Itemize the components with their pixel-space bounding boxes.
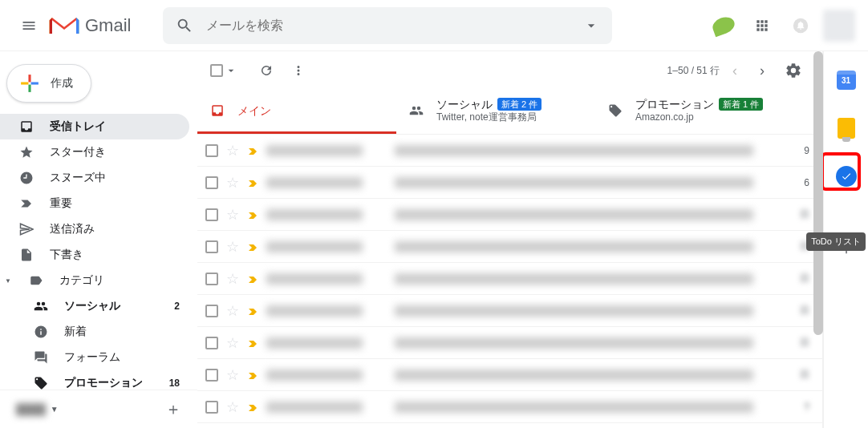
select-all-checkbox[interactable] — [210, 64, 237, 77]
row-checkbox[interactable] — [205, 305, 218, 317]
menu-button[interactable] — [13, 10, 45, 42]
star-icon[interactable]: ☆ — [226, 366, 239, 384]
search-input[interactable] — [200, 18, 577, 33]
row-checkbox[interactable] — [205, 337, 218, 349]
nav-item-clock[interactable]: スヌーズ中 — [0, 165, 189, 191]
row-checkbox[interactable] — [205, 176, 218, 189]
label-icon — [29, 273, 45, 288]
search-icon[interactable] — [169, 10, 200, 41]
calendar-addon[interactable]: 31 — [830, 64, 862, 96]
compose-button[interactable]: 作成 — [6, 64, 91, 103]
star-icon[interactable]: ☆ — [226, 270, 239, 288]
chevron-down-icon[interactable]: ▼ — [51, 405, 59, 414]
nav-count: 2 — [174, 301, 180, 312]
tab-label: プロモーション — [635, 97, 714, 111]
importance-icon[interactable] — [247, 369, 258, 381]
importance-icon[interactable] — [247, 273, 258, 285]
subject — [395, 145, 753, 156]
tab-label: ソーシャル — [436, 97, 493, 111]
hangouts-user: ████ — [16, 403, 46, 415]
star-icon — [19, 145, 35, 159]
prev-page-button[interactable]: ‹ — [723, 56, 747, 86]
keep-icon — [838, 118, 855, 139]
importance-icon[interactable] — [247, 337, 258, 349]
search-box[interactable] — [163, 7, 612, 44]
message-row[interactable]: ☆日 — [197, 327, 822, 359]
importance-icon[interactable] — [247, 402, 258, 413]
nav-item-send[interactable]: 送信済み — [0, 216, 189, 242]
hangouts-footer[interactable]: ████ ▼ ＋ — [0, 390, 197, 428]
people-icon — [34, 299, 50, 313]
tab-icon — [210, 103, 225, 118]
next-page-button[interactable]: › — [750, 56, 774, 86]
nav-label: スヌーズ中 — [50, 171, 106, 185]
message-row[interactable]: ☆日 — [197, 231, 822, 263]
nav-item-info[interactable]: 新着 — [0, 319, 189, 345]
highlight-box — [821, 152, 861, 191]
more-button[interactable] — [282, 55, 314, 87]
nav-item-forum[interactable]: フォーラム — [0, 345, 189, 370]
importance-icon[interactable] — [247, 209, 258, 220]
star-icon[interactable]: ☆ — [226, 174, 239, 192]
chevron-down-icon — [225, 64, 237, 77]
row-checkbox[interactable] — [205, 208, 218, 221]
leaf-icon[interactable] — [708, 10, 740, 42]
keep-addon[interactable] — [830, 112, 862, 144]
nav-count: 18 — [169, 378, 180, 389]
send-icon — [19, 222, 35, 236]
tasks-addon[interactable] — [830, 160, 862, 192]
message-row[interactable]: ☆日 — [197, 295, 822, 327]
apps-icon[interactable] — [746, 10, 778, 42]
nav-label: カテゴリ — [59, 273, 104, 288]
refresh-button[interactable] — [250, 55, 282, 87]
message-date: ? — [785, 402, 809, 413]
nav-item-inbox[interactable]: 受信トレイ — [0, 114, 189, 139]
inbox-icon — [19, 119, 35, 134]
star-icon[interactable]: ☆ — [226, 334, 239, 352]
importance-icon[interactable] — [247, 145, 258, 156]
scrollbar[interactable] — [813, 51, 823, 335]
search-dropdown-icon[interactable] — [577, 11, 606, 40]
importance-icon[interactable] — [247, 177, 258, 188]
star-icon[interactable]: ☆ — [226, 142, 239, 159]
account-avatar[interactable] — [823, 10, 855, 42]
sender — [266, 241, 363, 252]
nav-item-star[interactable]: スター付き — [0, 139, 189, 165]
subject — [395, 209, 753, 220]
row-checkbox[interactable] — [205, 240, 218, 253]
star-icon[interactable]: ☆ — [226, 398, 239, 416]
subject — [395, 177, 753, 188]
sender — [266, 273, 363, 285]
nav-item-label[interactable]: ▼カテゴリ — [0, 268, 189, 293]
row-checkbox[interactable] — [205, 144, 218, 157]
tab-0[interactable]: メイン — [197, 90, 396, 134]
nav-item-draft[interactable]: 下書き — [0, 242, 189, 268]
star-icon[interactable]: ☆ — [226, 206, 239, 224]
gmail-icon — [48, 13, 80, 38]
message-row[interactable]: ☆? — [197, 391, 822, 423]
tab-2[interactable]: プロモーション新着 1 件Amazon.co.jp — [595, 90, 794, 134]
star-icon[interactable]: ☆ — [226, 302, 239, 320]
message-row[interactable]: ☆日 — [197, 199, 822, 231]
message-row[interactable]: ☆日 — [197, 359, 822, 391]
row-checkbox[interactable] — [205, 273, 218, 285]
message-row[interactable]: ☆6 — [197, 167, 822, 199]
notifications-icon[interactable] — [785, 10, 817, 42]
message-row[interactable]: ☆9 — [197, 135, 822, 167]
message-row[interactable]: ☆日 — [197, 263, 822, 295]
importance-icon[interactable] — [247, 241, 258, 252]
message-date: 6 — [785, 177, 809, 188]
sender — [266, 177, 363, 188]
gmail-logo[interactable]: Gmail — [48, 13, 131, 38]
new-chat-icon[interactable]: ＋ — [159, 395, 188, 423]
nav-item-tag[interactable]: プロモーション18 — [0, 370, 189, 390]
nav-item-imp[interactable]: 重要 — [0, 191, 189, 216]
nav-item-people[interactable]: ソーシャル2 — [0, 293, 189, 319]
tab-icon — [409, 103, 424, 118]
row-checkbox[interactable] — [205, 369, 218, 382]
settings-button[interactable] — [777, 55, 809, 87]
importance-icon[interactable] — [247, 305, 258, 317]
tab-1[interactable]: ソーシャル新着 2 件Twitter, note運営事務局 — [396, 90, 595, 134]
star-icon[interactable]: ☆ — [226, 238, 239, 256]
row-checkbox[interactable] — [205, 401, 218, 414]
